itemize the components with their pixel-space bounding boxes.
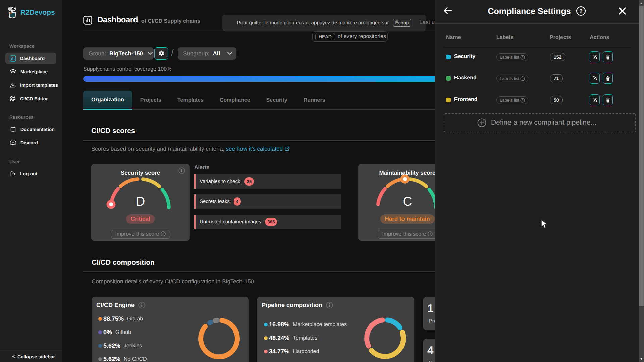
svg-text:?: ? [429,232,431,236]
svg-text:?: ? [522,99,524,102]
svg-text:?: ? [162,232,164,236]
svg-text:?: ? [522,77,524,80]
svg-text:?: ? [522,56,524,59]
svg-text:?: ? [579,9,583,14]
